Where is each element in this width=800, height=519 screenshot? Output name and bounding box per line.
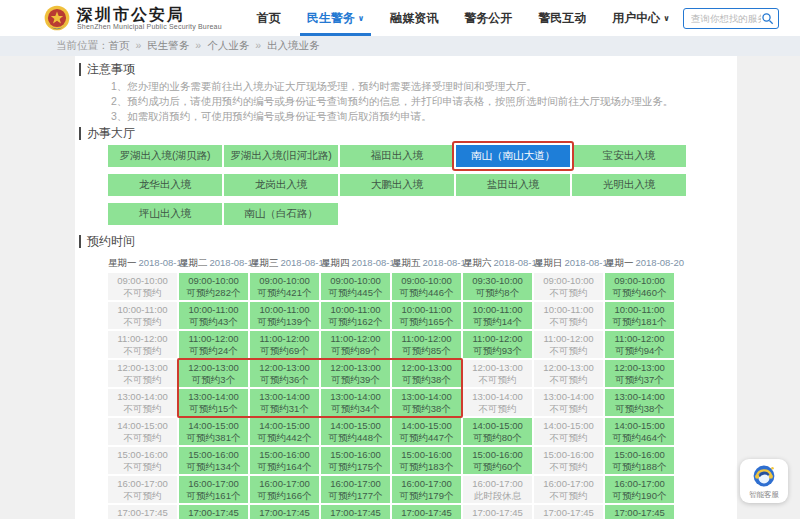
- slot-cell[interactable]: 16:00-17:00可预约166个: [250, 476, 319, 503]
- schedule-day-header: 星期六2018-08-18: [463, 257, 532, 270]
- slot-cell[interactable]: 14:00-15:00可预约80个: [463, 418, 532, 445]
- search-box[interactable]: [683, 8, 779, 29]
- slot-status: 可预约177个: [329, 490, 383, 502]
- slot-cell[interactable]: 15:00-16:00可预约183个: [392, 447, 461, 474]
- slot-cell[interactable]: 11:00-12:00可预约93个: [463, 331, 532, 358]
- slot-cell[interactable]: 11:00-12:00可预约69个: [250, 331, 319, 358]
- slot-cell[interactable]: 17:00-17:45可预约84个: [392, 505, 461, 519]
- slot-cell[interactable]: 12:00-13:00可预约37个: [605, 360, 674, 387]
- slot-cell: 16:00-17:00不可预约: [108, 476, 177, 503]
- slot-cell[interactable]: 14:00-15:00可预约464个: [605, 418, 674, 445]
- nav-item-0[interactable]: 首页: [244, 0, 294, 36]
- slot-cell[interactable]: 09:00-10:00可预约446个: [392, 273, 461, 300]
- slot-cell[interactable]: 10:00-11:00可预约139个: [250, 302, 319, 329]
- slot-cell[interactable]: 16:00-17:00可预约179个: [392, 476, 461, 503]
- slot-cell: 10:00-11:00不可预约: [108, 302, 177, 329]
- nav-item-label: 用户中心: [612, 10, 660, 27]
- slot-cell[interactable]: 11:00-12:00可预约94个: [605, 331, 674, 358]
- chat-widget[interactable]: 智能客服: [740, 459, 788, 503]
- hall-button[interactable]: 坪山出入境: [108, 203, 222, 225]
- slot-cell[interactable]: 10:00-11:00可预约14个: [463, 302, 532, 329]
- breadcrumb-link[interactable]: 首页: [109, 39, 130, 51]
- search-icon[interactable]: [761, 12, 774, 25]
- slot-time: 10:00-11:00: [614, 304, 664, 316]
- slot-time: 09:00-10:00: [330, 275, 381, 287]
- slot-status: 可预约460个: [613, 287, 667, 299]
- hall-button[interactable]: 大鹏出入境: [340, 174, 454, 196]
- slot-cell[interactable]: 17:00-17:45可预约86个: [321, 505, 390, 519]
- schedule-day-header: 星期一2018-08-20: [605, 257, 674, 270]
- slot-cell[interactable]: 16:00-17:00可预约177个: [321, 476, 390, 503]
- nav-item-4[interactable]: 警民互动: [525, 0, 599, 36]
- slot-status: 可预约93个: [473, 345, 522, 357]
- slot-cell[interactable]: 09:00-10:00可预约282个: [179, 273, 248, 300]
- slot-status: 可预约8个: [476, 287, 519, 299]
- slot-time: 12:00-13:00: [117, 362, 168, 374]
- slot-time: 14:00-15:00: [472, 420, 523, 432]
- slot-cell[interactable]: 11:00-12:00可预约24个: [179, 331, 248, 358]
- slot-cell[interactable]: 15:00-16:00可预约134个: [179, 447, 248, 474]
- slot-cell[interactable]: 14:00-15:00可预约381个: [179, 418, 248, 445]
- slot-cell: 14:00-15:00不可预约: [534, 418, 603, 445]
- slot-cell[interactable]: 12:00-13:00可预约39个: [321, 360, 390, 387]
- slot-cell[interactable]: 14:00-15:00可预约447个: [392, 418, 461, 445]
- slot-cell[interactable]: 12:00-13:00可预约3个: [179, 360, 248, 387]
- slot-cell[interactable]: 12:00-13:00可预约38个: [392, 360, 461, 387]
- hall-button[interactable]: 龙岗出入境: [224, 174, 338, 196]
- slot-cell[interactable]: 12:00-13:00可预约36个: [250, 360, 319, 387]
- slot-time: 12:00-13:00: [472, 362, 523, 374]
- hall-button[interactable]: 罗湖出入境(旧河北路): [224, 145, 338, 167]
- hall-button[interactable]: 龙华出入境: [108, 174, 222, 196]
- slot-cell[interactable]: 10:00-11:00可预约181个: [605, 302, 674, 329]
- slot-time: 10:00-11:00: [543, 304, 593, 316]
- slot-cell[interactable]: 10:00-11:00可预约165个: [392, 302, 461, 329]
- breadcrumb-link[interactable]: 个人业务: [207, 39, 249, 51]
- hall-button[interactable]: 宝安出入境: [572, 145, 686, 167]
- hall-button[interactable]: 光明出入境: [572, 174, 686, 196]
- slot-cell[interactable]: 15:00-16:00可预约175个: [321, 447, 390, 474]
- slot-time: 17:00-17:45: [117, 507, 168, 519]
- slot-cell[interactable]: 11:00-12:00可预约89个: [321, 331, 390, 358]
- slot-cell[interactable]: 17:00-17:45可预约100个: [605, 505, 674, 519]
- slot-cell[interactable]: 14:00-15:00可预约442个: [250, 418, 319, 445]
- slot-cell[interactable]: 10:00-11:00可预约43个: [179, 302, 248, 329]
- slot-cell[interactable]: 11:00-12:00可预约85个: [392, 331, 461, 358]
- nav-item-label: 警务公开: [464, 10, 512, 27]
- slot-time: 10:00-11:00: [188, 304, 238, 316]
- nav-item-2[interactable]: 融媒资讯: [377, 0, 451, 36]
- slot-cell[interactable]: 16:00-17:00可预约190个: [605, 476, 674, 503]
- search-input[interactable]: [691, 13, 761, 24]
- slot-status: 可预约34个: [331, 403, 380, 415]
- slot-cell[interactable]: 17:00-17:45可预约58个: [179, 505, 248, 519]
- slot-cell[interactable]: 15:00-16:00可预约188个: [605, 447, 674, 474]
- hall-button[interactable]: 罗湖出入境(湖贝路): [108, 145, 222, 167]
- slot-cell[interactable]: 13:00-14:00可预约15个: [179, 389, 248, 416]
- breadcrumb-link[interactable]: 出入境业务: [267, 39, 320, 51]
- slot-cell[interactable]: 09:00-10:00可预约421个: [250, 273, 319, 300]
- slot-status: 不可预约: [124, 490, 162, 502]
- nav-item-3[interactable]: 警务公开: [451, 0, 525, 36]
- nav-item-5[interactable]: 用户中心∨: [599, 0, 683, 36]
- slot-cell[interactable]: 09:30-10:00可预约8个: [463, 273, 532, 300]
- slot-cell[interactable]: 13:00-14:00可预约38个: [605, 389, 674, 416]
- slot-cell: 13:00-14:00不可预约: [108, 389, 177, 416]
- hall-button[interactable]: 南山（南山大道）: [456, 145, 570, 167]
- slot-cell[interactable]: 16:00-17:00可预约161个: [179, 476, 248, 503]
- slot-cell[interactable]: 17:00-17:45可预约76个: [250, 505, 319, 519]
- slot-cell[interactable]: 09:00-10:00可预约460个: [605, 273, 674, 300]
- slot-time: 11:00-12:00: [472, 333, 522, 345]
- slot-cell[interactable]: 10:00-11:00可预约162个: [321, 302, 390, 329]
- hall-button[interactable]: 福田出入境: [340, 145, 454, 167]
- slot-cell[interactable]: 13:00-14:00可预约31个: [250, 389, 319, 416]
- breadcrumb-link[interactable]: 民生警务: [147, 39, 189, 51]
- nav-item-1[interactable]: 民生警务∨: [294, 0, 378, 36]
- slot-cell[interactable]: 14:00-15:00可预约448个: [321, 418, 390, 445]
- slot-cell[interactable]: 09:00-10:00可预约445个: [321, 273, 390, 300]
- slot-cell[interactable]: 13:00-14:00可预约38个: [392, 389, 461, 416]
- slot-cell[interactable]: 15:00-16:00可预约60个: [463, 447, 532, 474]
- hall-button[interactable]: 盐田出入境: [456, 174, 570, 196]
- slot-cell[interactable]: 13:00-14:00可预约34个: [321, 389, 390, 416]
- hall-button[interactable]: 南山（白石路）: [224, 203, 338, 225]
- slot-cell[interactable]: 15:00-16:00可预约164个: [250, 447, 319, 474]
- slot-time: 16:00-17:00: [543, 478, 594, 490]
